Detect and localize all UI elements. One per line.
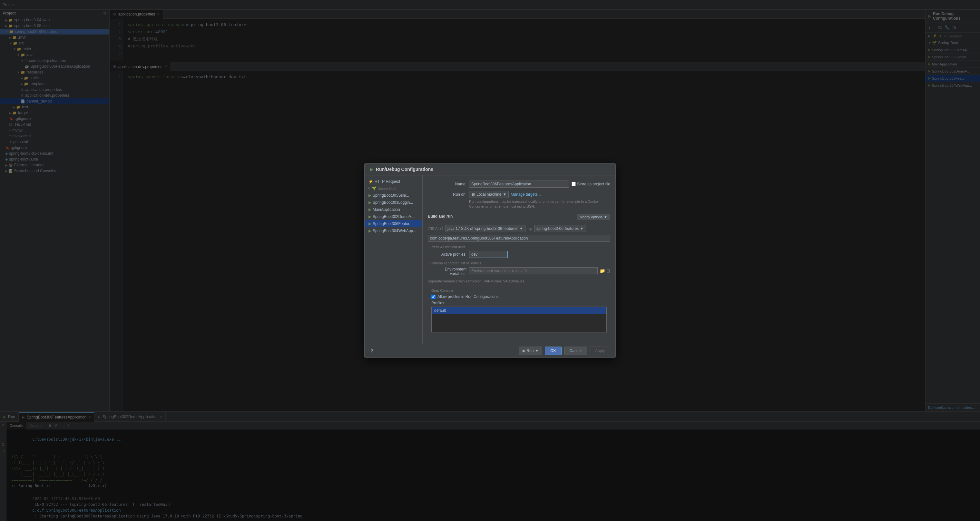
modal-config-springboot305[interactable]: ▶ SpringBoot305Ssm... xyxy=(364,192,422,199)
modal-config-springboot304[interactable]: ▶ SpringBoot304WebApp... xyxy=(364,227,422,234)
modal-config-springboot306[interactable]: ▶ SpringBoot306Featur... xyxy=(364,220,422,227)
run-on-selector: 🖥 Local machine ▼ Manage targets... xyxy=(469,191,610,198)
active-profiles-label: Active profiles: xyxy=(428,252,466,257)
name-input[interactable] xyxy=(469,180,569,188)
run-on-row: Run on: 🖥 Local machine ▼ Manage targets… xyxy=(428,191,610,209)
run-button[interactable]: ▶ Run ▼ xyxy=(519,347,542,355)
help-button[interactable]: ? xyxy=(370,347,374,354)
modal-overlay: ▶ Run/Debug Configurations ⚡ HTTP Reques… xyxy=(0,0,980,521)
main-class-input[interactable] xyxy=(428,235,610,242)
modal-footer: ? ▶ Run ▼ OK Cancel Apply xyxy=(364,344,616,357)
field-hints: Press Alt for field hints xyxy=(430,245,610,249)
run-icon: ▶ xyxy=(369,214,371,219)
profiles-list-label: Profiles: xyxy=(431,301,607,305)
allow-profiles-checkbox[interactable] xyxy=(431,295,436,299)
run-icon: ▶ xyxy=(369,229,371,233)
env-expand-button[interactable]: ⊡ xyxy=(606,268,610,273)
env-row: 📁 ⊡ xyxy=(469,267,610,274)
build-run-header: Build and run Modify options ▼ xyxy=(428,212,610,222)
run-dropdown-arrow: ▼ xyxy=(535,349,539,353)
store-label: Store as project file xyxy=(577,182,610,186)
cp-dropdown[interactable]: spring-boot3-06-features ▼ xyxy=(534,225,586,232)
env-icons: 📁 ⊡ xyxy=(600,268,610,273)
run-on-label: Run on: xyxy=(428,191,466,197)
store-checkbox[interactable] xyxy=(571,182,576,186)
cp-label: -cp xyxy=(527,227,532,231)
sdk-dropdown[interactable]: java 17 SDK of 'spring-boot3-06-features… xyxy=(445,225,525,232)
apply-button[interactable]: Apply xyxy=(590,347,610,355)
spring-leaf-icon: 🌱 xyxy=(372,186,377,191)
modal-footer-right: ▶ Run ▼ OK Cancel Apply xyxy=(519,347,610,355)
local-machine-label: Local machine xyxy=(476,192,501,197)
arrow-down-icon: ▼ xyxy=(367,186,371,190)
name-form-row: Name: Store as project file xyxy=(428,180,610,188)
env-hint: Separate variables with semicolon: VAR=v… xyxy=(428,279,610,283)
main-class-row xyxy=(428,235,610,242)
manage-targets-link[interactable]: Manage targets... xyxy=(511,192,541,197)
dropdown-arrow: ▼ xyxy=(519,226,523,231)
modal-footer-left: ? xyxy=(370,347,374,354)
http-icon: ⚡ xyxy=(369,179,373,184)
active-profiles-row: Active profiles: xyxy=(428,251,610,258)
build-run-title: Build and run xyxy=(428,214,455,218)
dropdown-arrow: ▼ xyxy=(580,226,584,231)
modal-config-springboot303[interactable]: ▶ SpringBoot303Loggin... xyxy=(364,199,422,206)
run-on-right: 🖥 Local machine ▼ Manage targets... Run … xyxy=(469,191,610,209)
sdk-value: java 17 SDK of 'spring-boot3-06-features… xyxy=(447,226,518,231)
profiles-hint: Comma separated list of profiles xyxy=(430,261,610,265)
modal-config-mainapplication[interactable]: ▶ MainApplication xyxy=(364,206,422,213)
allow-profiles-label: Allow profiles in Run Configurations xyxy=(438,294,498,299)
run-label: ▶ Run xyxy=(523,349,533,353)
modify-label: Modify options xyxy=(580,215,603,219)
profile-item-default[interactable]: default xyxy=(432,307,606,314)
run-debug-config-modal: ▶ Run/Debug Configurations ⚡ HTTP Reques… xyxy=(364,163,616,358)
env-variables-label: Environment variables: xyxy=(428,267,466,276)
dropdown-arrow: ▼ xyxy=(503,192,506,197)
modal-body: ⚡ HTTP Request ▼ 🌱 Spring Boot ▶ SpringB… xyxy=(364,175,616,344)
run-icon: ▶ xyxy=(369,207,371,212)
name-label: Name: xyxy=(428,182,466,186)
run-on-hint: Run configurations may be executed local… xyxy=(469,199,610,209)
profiles-list[interactable]: default xyxy=(431,307,607,332)
ok-button[interactable]: OK xyxy=(545,347,561,355)
grep-title: Grep Console xyxy=(431,288,607,292)
modal-http-request[interactable]: ⚡ HTTP Request xyxy=(364,178,422,185)
sdk-row: JRE Alt+J java 17 SDK of 'spring-boot3-0… xyxy=(428,225,610,232)
cancel-button[interactable]: Cancel xyxy=(564,347,587,355)
env-input[interactable] xyxy=(469,267,598,274)
computer-icon: 🖥 xyxy=(471,192,475,197)
modify-options-button[interactable]: Modify options ▼ xyxy=(577,214,610,220)
run-icon: ▶ xyxy=(369,221,371,226)
modal-spring-boot-category[interactable]: ▼ 🌱 Spring Boot xyxy=(364,185,422,192)
spring-boot-label: Spring Boot xyxy=(378,186,396,190)
dropdown-icon: ▼ xyxy=(604,215,607,219)
jre-label: JRE Alt+J xyxy=(428,227,443,231)
modal-config-springboot302[interactable]: ▶ SpringBoot302DemoA... xyxy=(364,213,422,220)
store-as-project-file-row: Store as project file xyxy=(571,182,610,186)
run-icon: ▶ xyxy=(369,193,371,198)
modal-title: Run/Debug Configurations xyxy=(376,167,433,172)
active-profiles-input[interactable] xyxy=(469,251,508,258)
run-debug-modal-icon: ▶ xyxy=(370,167,373,172)
env-folder-button[interactable]: 📁 xyxy=(600,268,605,273)
modal-title-bar: ▶ Run/Debug Configurations xyxy=(364,164,616,175)
grep-console-section: Grep Console Allow profiles in Run Confi… xyxy=(428,286,610,335)
allow-profiles-row: Allow profiles in Run Configurations xyxy=(431,294,607,299)
modal-right-panel: Name: Store as project file Run on: 🖥 xyxy=(423,175,616,344)
run-on-dropdown[interactable]: 🖥 Local machine ▼ xyxy=(469,191,509,198)
run-icon: ▶ xyxy=(369,200,371,205)
env-variables-row: Environment variables: 📁 ⊡ xyxy=(428,267,610,276)
modal-left-panel: ⚡ HTTP Request ▼ 🌱 Spring Boot ▶ SpringB… xyxy=(364,175,423,344)
cp-value: spring-boot3-06-features xyxy=(536,226,579,231)
